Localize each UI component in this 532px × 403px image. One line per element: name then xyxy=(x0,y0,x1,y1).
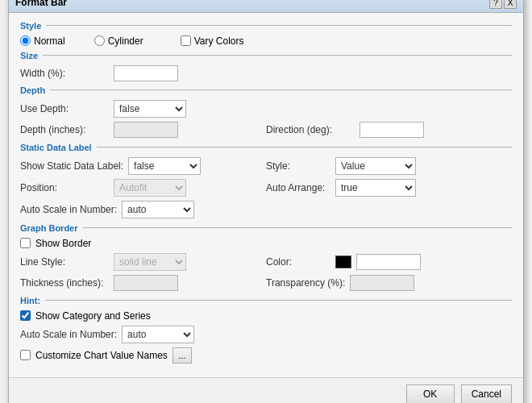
dialog-footer: OK Cancel xyxy=(9,377,523,404)
normal-radio[interactable] xyxy=(20,35,31,46)
normal-radio-item[interactable]: Normal xyxy=(20,35,65,47)
hint-section-label: Hint: xyxy=(20,296,45,305)
use-depth-label: Use Depth: xyxy=(20,103,109,114)
customize-checkbox[interactable] xyxy=(20,350,31,360)
auto-scale-static-col: Auto Scale in Number: auto true false xyxy=(20,201,512,218)
thickness-col: Thickness (inches): 0.01 xyxy=(20,275,266,291)
customize-label: Customize Chart Value Names xyxy=(35,350,168,361)
position-col: Position: Autofit xyxy=(20,179,266,197)
ok-button[interactable]: OK xyxy=(406,384,455,404)
vary-colors-checkbox[interactable] xyxy=(181,35,191,46)
line-style-label: Line Style: xyxy=(20,256,109,268)
auto-arrange-label: Auto Arrange: xyxy=(266,182,330,193)
hint-divider xyxy=(45,300,512,301)
depth-label: Depth (inches): xyxy=(20,124,109,135)
show-border-checkbox[interactable] xyxy=(20,238,31,248)
direction-label: Direction (deg): xyxy=(266,124,355,135)
vary-colors-item[interactable]: Vary Colors xyxy=(181,35,244,47)
size-row: Width (%): 80 xyxy=(20,65,512,81)
show-static-select[interactable]: false true xyxy=(128,157,201,175)
border-row1: Line Style: solid line Color: #000000 xyxy=(20,253,512,271)
style-section-header: Style xyxy=(20,21,512,31)
vary-colors-label: Vary Colors xyxy=(194,35,244,47)
border-row2: Thickness (inches): 0.01 Transparency (%… xyxy=(20,275,512,291)
size-divider xyxy=(43,55,512,56)
static-label-divider xyxy=(97,147,512,147)
size-section-label: Size xyxy=(20,51,43,60)
cylinder-radio[interactable] xyxy=(94,35,105,46)
static-row1: Show Static Data Label: false true Style… xyxy=(20,157,512,175)
thickness-input[interactable]: 0.01 xyxy=(114,275,178,291)
depth-section-header: Depth xyxy=(20,85,512,95)
line-style-select[interactable]: solid line xyxy=(114,253,186,271)
auto-scale-static-label: Auto Scale in Number: xyxy=(20,204,117,215)
static-label-section-label: Static Data Label xyxy=(20,143,97,152)
direction-col: Direction (deg): 45 xyxy=(266,122,512,138)
hint-auto-scale-select[interactable]: auto true false xyxy=(122,326,194,343)
show-static-label: Show Static Data Label: xyxy=(20,160,123,172)
color-input[interactable]: #000000 xyxy=(356,254,421,270)
width-label: Width (%): xyxy=(20,68,109,79)
auto-arrange-col: Auto Arrange: true false xyxy=(266,179,512,197)
show-static-col: Show Static Data Label: false true xyxy=(20,157,266,175)
color-swatch[interactable] xyxy=(335,256,351,268)
graph-border-section-label: Graph Border xyxy=(20,223,83,233)
style-section-label: Style xyxy=(20,21,46,31)
depth-row1: Use Depth: false true xyxy=(20,100,512,118)
transparency-input[interactable]: 0 xyxy=(350,275,414,291)
static-label-section-header: Static Data Label xyxy=(20,143,512,152)
hint-auto-scale-label: Auto Scale in Number: xyxy=(20,329,117,340)
style-col: Style: Value Label Percent xyxy=(266,157,512,175)
depth-section-label: Depth xyxy=(20,85,50,95)
depth-divider xyxy=(50,89,512,90)
show-category-label: Show Category and Series xyxy=(35,310,151,322)
depth-input[interactable]: 0.1 xyxy=(114,122,178,138)
width-input[interactable]: 80 xyxy=(114,65,178,81)
style-divider xyxy=(46,25,512,26)
cancel-button[interactable]: Cancel xyxy=(461,384,512,404)
color-col: Color: #000000 xyxy=(266,254,512,270)
title-bar: Format Bar ? X xyxy=(9,0,523,13)
depth-row2: Depth (inches): 0.1 Direction (deg): 45 xyxy=(20,122,512,138)
line-style-col: Line Style: solid line xyxy=(20,253,266,271)
use-depth-select[interactable]: false true xyxy=(114,100,186,118)
transparency-label: Transparency (%): xyxy=(266,277,345,289)
format-bar-dialog: Format Bar ? X Style Normal Cylinder Var… xyxy=(8,0,524,403)
static-row3: Auto Scale in Number: auto true false xyxy=(20,201,512,218)
dialog-content: Style Normal Cylinder Vary Colors Size W… xyxy=(9,13,523,374)
show-border-label: Show Border xyxy=(35,238,91,249)
customize-row: Customize Chart Value Names ... xyxy=(20,347,512,364)
static-row2: Position: Autofit Auto Arrange: true fal… xyxy=(20,179,512,197)
show-category-checkbox[interactable] xyxy=(20,310,31,321)
dots-button[interactable]: ... xyxy=(172,347,192,364)
hint-auto-scale-row: Auto Scale in Number: auto true false xyxy=(20,326,512,343)
position-label: Position: xyxy=(20,182,109,193)
hint-auto-scale-col: Auto Scale in Number: auto true false xyxy=(20,326,512,343)
graph-border-section-header: Graph Border xyxy=(20,223,512,233)
auto-arrange-select[interactable]: true false xyxy=(335,179,416,197)
show-border-row: Show Border xyxy=(20,238,512,249)
thickness-label: Thickness (inches): xyxy=(20,277,109,289)
direction-input[interactable]: 45 xyxy=(360,122,424,138)
show-category-row: Show Category and Series xyxy=(20,310,512,322)
style-label: Style: xyxy=(266,160,330,172)
depth-use-col: Use Depth: false true xyxy=(20,100,512,118)
position-select[interactable]: Autofit xyxy=(114,179,186,197)
title-bar-buttons: ? X xyxy=(489,0,517,9)
color-label: Color: xyxy=(266,256,330,268)
transparency-col: Transparency (%): 0 xyxy=(266,275,512,291)
hint-section-header: Hint: xyxy=(20,296,512,305)
help-button[interactable]: ? xyxy=(489,0,502,9)
graph-border-divider xyxy=(83,227,512,228)
size-section-header: Size xyxy=(20,51,512,60)
cylinder-label: Cylinder xyxy=(108,35,143,47)
close-button[interactable]: X xyxy=(504,0,517,9)
auto-scale-static-select[interactable]: auto true false xyxy=(122,201,194,218)
dialog-title: Format Bar xyxy=(15,0,67,8)
depth-inches-col: Depth (inches): 0.1 xyxy=(20,122,266,138)
style-row: Normal Cylinder Vary Colors xyxy=(20,35,512,47)
style-select[interactable]: Value Label Percent xyxy=(335,157,416,175)
normal-label: Normal xyxy=(34,35,65,47)
cylinder-radio-item[interactable]: Cylinder xyxy=(94,35,143,47)
